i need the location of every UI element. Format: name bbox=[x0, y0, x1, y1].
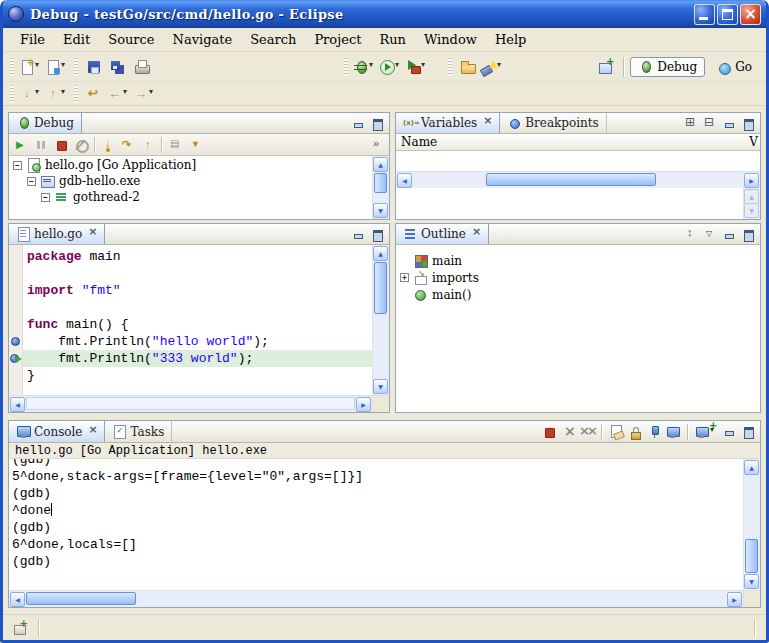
tree-item[interactable]: +imports bbox=[396, 269, 760, 286]
tree-item[interactable]: main() bbox=[396, 286, 760, 303]
scroll-right-arrow[interactable] bbox=[727, 592, 742, 607]
toolbar-grip[interactable] bbox=[448, 58, 452, 76]
maximize-view-button[interactable] bbox=[740, 115, 756, 131]
scroll-up-arrow[interactable] bbox=[744, 189, 759, 204]
scroll-left-arrow[interactable] bbox=[397, 173, 412, 188]
console-output[interactable]: (gdb)5^done,stack-args=[frame={level="0"… bbox=[9, 459, 743, 590]
gutter-row[interactable] bbox=[9, 316, 22, 333]
console-line[interactable]: (gdb) bbox=[9, 519, 743, 536]
next-annotation-button[interactable] bbox=[18, 82, 44, 106]
tree-item[interactable]: main bbox=[396, 252, 760, 269]
menu-search[interactable]: Search bbox=[241, 30, 305, 49]
scroll-up-arrow[interactable] bbox=[373, 246, 388, 261]
minimize-view-button[interactable] bbox=[721, 115, 737, 131]
console-line[interactable]: (gdb) bbox=[9, 553, 743, 570]
step-into-button[interactable] bbox=[98, 135, 118, 155]
gutter-row[interactable] bbox=[9, 299, 22, 316]
open-type-button[interactable] bbox=[456, 55, 480, 79]
debug-launch-tree[interactable]: −hello.go [Go Application]−gdb-hello.exe… bbox=[9, 156, 372, 219]
toolbar-overflow-button[interactable] bbox=[367, 135, 387, 155]
minimize-view-button[interactable] bbox=[350, 115, 366, 131]
view-menu-button[interactable] bbox=[702, 226, 718, 242]
editor-gutter[interactable] bbox=[9, 245, 23, 395]
variables-hscrollbar[interactable] bbox=[396, 171, 760, 188]
maximize-view-button[interactable] bbox=[369, 115, 385, 131]
tab-breakpoints[interactable]: Breakpoints bbox=[500, 113, 607, 133]
collapse-all-button[interactable] bbox=[702, 115, 718, 131]
show-type-names-button[interactable] bbox=[683, 115, 699, 131]
code-line[interactable]: func main() { bbox=[23, 316, 372, 333]
variables-table[interactable] bbox=[396, 151, 760, 171]
editor-vscrollbar[interactable] bbox=[372, 245, 389, 395]
minimize-window-button[interactable] bbox=[694, 4, 715, 25]
menu-project[interactable]: Project bbox=[305, 30, 370, 49]
close-icon[interactable] bbox=[87, 229, 97, 239]
console-vscrollbar[interactable] bbox=[743, 459, 760, 590]
print-button[interactable] bbox=[130, 55, 154, 79]
gutter-row[interactable] bbox=[9, 333, 22, 350]
tree-expander[interactable]: − bbox=[27, 177, 36, 186]
maximize-view-button[interactable] bbox=[740, 226, 756, 242]
scroll-right-arrow[interactable] bbox=[744, 173, 759, 188]
sort-button[interactable] bbox=[683, 226, 699, 242]
toolbar-grip[interactable] bbox=[10, 58, 14, 76]
scroll-thumb[interactable] bbox=[26, 397, 355, 410]
detail-pane-scrollbar[interactable] bbox=[743, 188, 760, 219]
terminate-process-button[interactable] bbox=[541, 424, 557, 440]
scroll-lock-button[interactable] bbox=[627, 424, 643, 440]
tab-tasks[interactable]: Tasks bbox=[105, 421, 172, 442]
close-icon[interactable] bbox=[87, 427, 97, 437]
toolbar-grip[interactable] bbox=[10, 85, 14, 103]
scroll-thumb[interactable] bbox=[486, 173, 656, 186]
gutter-row[interactable] bbox=[9, 367, 22, 384]
maximize-view-button[interactable] bbox=[369, 226, 385, 242]
menu-window[interactable]: Window bbox=[415, 30, 486, 49]
drop-to-frame-button[interactable] bbox=[165, 135, 185, 155]
remove-launch-button[interactable] bbox=[560, 424, 576, 440]
scroll-down-arrow[interactable] bbox=[373, 379, 388, 394]
step-return-button[interactable] bbox=[138, 135, 158, 155]
variables-detail-pane[interactable] bbox=[396, 188, 760, 219]
save-button[interactable] bbox=[82, 55, 106, 79]
console-line[interactable]: (gdb) bbox=[9, 485, 743, 502]
pin-console-button[interactable] bbox=[646, 424, 662, 440]
search-button[interactable] bbox=[480, 55, 506, 79]
debug-tree-scrollbar[interactable] bbox=[372, 156, 389, 219]
close-icon[interactable] bbox=[482, 118, 492, 128]
outline-tree[interactable]: main+importsmain() bbox=[396, 252, 760, 303]
editor-hscrollbar[interactable] bbox=[9, 395, 372, 412]
code-line[interactable]: package main bbox=[23, 248, 372, 265]
resume-button[interactable] bbox=[11, 135, 31, 155]
code-line[interactable] bbox=[23, 299, 372, 316]
perspective-debug-button[interactable]: Debug bbox=[630, 57, 705, 77]
menu-navigate[interactable]: Navigate bbox=[164, 30, 242, 49]
gutter-row[interactable] bbox=[9, 350, 22, 367]
close-icon[interactable] bbox=[471, 229, 481, 239]
menu-help[interactable]: Help bbox=[486, 30, 536, 49]
menu-source[interactable]: Source bbox=[99, 30, 163, 49]
gutter-row[interactable] bbox=[9, 282, 22, 299]
clear-console-button[interactable] bbox=[608, 424, 624, 440]
open-perspective-button[interactable] bbox=[593, 55, 617, 79]
scroll-down-arrow[interactable] bbox=[744, 574, 759, 589]
console-line[interactable]: 5^done,stack-args=[frame={level="0",args… bbox=[9, 468, 743, 485]
scroll-down-arrow[interactable] bbox=[744, 203, 759, 218]
code-line[interactable]: } bbox=[23, 367, 372, 384]
tree-item[interactable]: −hello.go [Go Application] bbox=[9, 157, 372, 173]
code-line[interactable]: fmt.Println("333 world"); bbox=[23, 350, 372, 367]
menu-run[interactable]: Run bbox=[370, 30, 415, 49]
tree-expander[interactable]: + bbox=[400, 273, 409, 282]
code-line[interactable] bbox=[23, 265, 372, 282]
minimize-view-button[interactable] bbox=[350, 226, 366, 242]
last-edit-location-button[interactable] bbox=[82, 82, 106, 106]
forward-button[interactable] bbox=[132, 82, 158, 106]
window-titlebar[interactable]: Debug - testGo/src/cmd/hello.go - Eclips… bbox=[3, 0, 766, 28]
back-button[interactable] bbox=[106, 82, 132, 106]
tab-outline[interactable]: Outline bbox=[396, 224, 489, 244]
breakpoint-icon[interactable] bbox=[11, 337, 20, 346]
code-line[interactable]: import "fmt" bbox=[23, 282, 372, 299]
gutter-row[interactable] bbox=[9, 265, 22, 282]
new-wizard-button[interactable] bbox=[18, 55, 44, 79]
scroll-down-arrow[interactable] bbox=[373, 203, 388, 218]
previous-annotation-button[interactable] bbox=[44, 82, 70, 106]
